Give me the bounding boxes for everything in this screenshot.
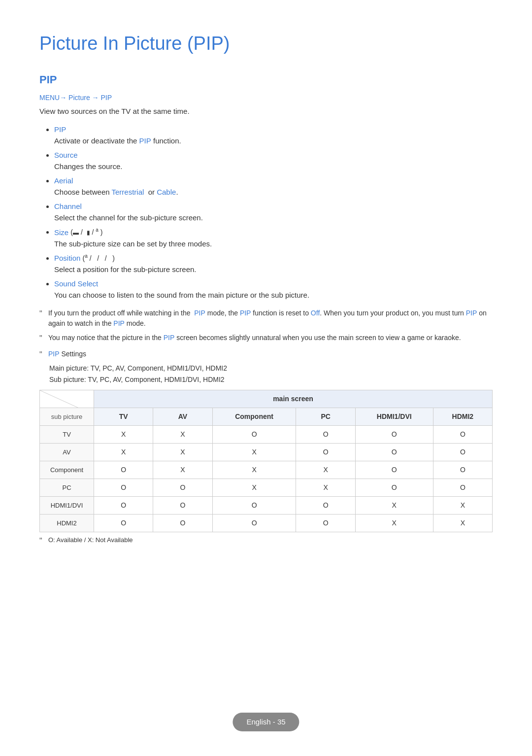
cell-av-1: X [153, 443, 212, 461]
cell-component-1: X [153, 461, 212, 479]
table-row: HDMI1/DVIOOOOXX [40, 496, 493, 514]
section-title: PIP [39, 71, 493, 88]
cell-hdmi1dvi-0: O [94, 496, 153, 514]
cell-tv-5: O [433, 425, 492, 443]
cell-pc-3: X [296, 479, 355, 496]
breadcrumb: MENU→ Picture → PIP [39, 93, 493, 103]
pip-note1-link2: PIP [240, 309, 251, 317]
picture-info: Main picture: TV, PC, AV, Component, HDM… [49, 363, 493, 385]
aerial-desc: Choose between Terrestrial or Cable. [54, 187, 493, 198]
cell-pc-5: O [433, 479, 492, 496]
cell-hdmi1dvi-5: X [433, 496, 492, 514]
pip-table: main screen sub picture TV AV Component … [39, 390, 493, 532]
col-header-tv: TV [94, 408, 153, 425]
position-desc: Select a position for the sub-picture sc… [54, 264, 493, 275]
col-header-av: AV [153, 408, 212, 425]
cell-component-4: O [355, 461, 433, 479]
source-title: Source [54, 151, 78, 159]
position-options: (a / / / ) [83, 254, 115, 262]
sound-select-desc: You can choose to listen to the sound fr… [54, 290, 493, 301]
main-picture-info: Main picture: TV, PC, AV, Component, HDM… [49, 363, 493, 374]
pip-note1-link3: PIP [466, 309, 477, 317]
cell-pc-4: O [355, 479, 433, 496]
pip-settings-label: Settings [60, 350, 86, 358]
intro-text: View two sources on the TV at the same t… [39, 106, 493, 117]
list-item-position: Position (a / / / ) Select a position fo… [54, 252, 493, 275]
pip-title: PIP [54, 125, 66, 134]
cell-av-2: X [212, 443, 296, 461]
cell-tv-2: O [212, 425, 296, 443]
cell-pc-0: O [94, 479, 153, 496]
pip-link: PIP [139, 137, 151, 145]
list-item-pip: PIP Activate or deactivate the PIP funct… [54, 124, 493, 147]
cable-link: Cable [157, 188, 176, 196]
table-row: AVXXXOOO [40, 443, 493, 461]
note-2: You may notice that the picture in the P… [39, 333, 493, 343]
cell-hdmi1dvi-3: O [296, 496, 355, 514]
aerial-title: Aerial [54, 176, 73, 185]
row-header-pc: PC [40, 479, 94, 496]
page-title: Picture In Picture (PIP) [39, 30, 493, 58]
off-link: Off [311, 309, 320, 317]
size-desc: The sub-picture size can be set by three… [54, 239, 493, 250]
row-header-hdmi2: HDMI2 [40, 514, 94, 532]
size-options: (▬ / ▮ / a ) [70, 228, 102, 236]
pip-note1-link1: PIP [194, 309, 205, 317]
table-row: ComponentOXXXOO [40, 461, 493, 479]
cell-hdmi2-2: O [212, 514, 296, 532]
cell-av-3: O [296, 443, 355, 461]
cell-av-4: O [355, 443, 433, 461]
cell-tv-3: O [296, 425, 355, 443]
row-header-av: AV [40, 443, 94, 461]
col-header-pc: PC [296, 408, 355, 425]
cell-component-0: O [94, 461, 153, 479]
pip-settings-link: PIP [48, 350, 60, 358]
position-title: Position [54, 254, 80, 262]
row-header-component: Component [40, 461, 94, 479]
cell-hdmi2-1: O [153, 514, 212, 532]
size-title: Size [54, 228, 68, 236]
pip-note2-link: PIP [164, 334, 175, 342]
list-item-size: Size (▬ / ▮ / a ) The sub-picture size c… [54, 227, 493, 250]
pip-note1-link4: PIP [113, 319, 125, 327]
cell-hdmi2-3: O [296, 514, 355, 532]
row-header-tv: TV [40, 425, 94, 443]
channel-title: Channel [54, 202, 82, 210]
row-header-hdmi1dvi: HDMI1/DVI [40, 496, 94, 514]
cell-tv-0: X [94, 425, 153, 443]
cell-tv-1: X [153, 425, 212, 443]
terrestrial-link: Terrestrial [110, 188, 144, 196]
cell-tv-4: O [355, 425, 433, 443]
cell-hdmi1dvi-2: O [212, 496, 296, 514]
table-row: TVXXOOOO [40, 425, 493, 443]
main-screen-header: main screen [94, 390, 493, 408]
cell-component-2: X [212, 461, 296, 479]
page-footer: English - 35 [233, 713, 299, 732]
cell-av-5: O [433, 443, 492, 461]
list-item-channel: Channel Select the channel for the sub-p… [54, 201, 493, 224]
cell-component-5: O [433, 461, 492, 479]
list-item-aerial: Aerial Choose between Terrestrial or Cab… [54, 175, 493, 198]
feature-list: PIP Activate or deactivate the PIP funct… [39, 124, 493, 301]
diagonal-line [40, 390, 94, 408]
note-1: If you turn the product off while watchi… [39, 308, 493, 329]
sound-select-title: Sound Select [54, 279, 98, 288]
pip-desc: Activate or deactivate the PIP function. [54, 136, 493, 147]
sub-picture-row-header: sub picture [40, 408, 94, 425]
cell-hdmi2-4: X [355, 514, 433, 532]
col-header-component: Component [212, 408, 296, 425]
col-header-hdmi1dvi: HDMI1/DVI [355, 408, 433, 425]
pip-settings: PIP Settings [39, 349, 493, 359]
channel-desc: Select the channel for the sub-picture s… [54, 212, 493, 224]
available-note: O: Available / X: Not Available [39, 535, 493, 545]
cell-hdmi1dvi-1: O [153, 496, 212, 514]
list-item-source: Source Changes the source. [54, 150, 493, 172]
cell-hdmi2-5: X [433, 514, 492, 532]
cell-pc-2: X [212, 479, 296, 496]
table-row: PCOOXXOO [40, 479, 493, 496]
cell-hdmi2-0: O [94, 514, 153, 532]
source-desc: Changes the source. [54, 161, 493, 172]
sub-picture-info: Sub picture: TV, PC, AV, Component, HDMI… [49, 375, 493, 385]
svg-line-0 [40, 390, 94, 408]
col-header-hdmi2: HDMI2 [433, 408, 492, 425]
